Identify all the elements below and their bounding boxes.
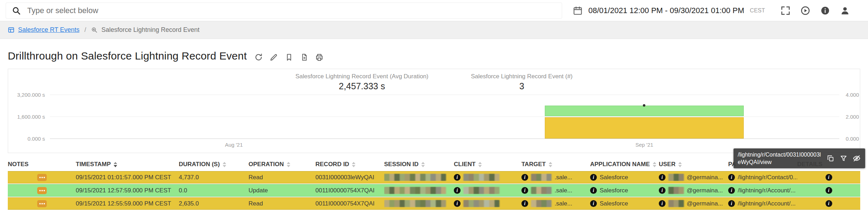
table-row[interactable]: 09/15/2021 01:01:57.000 PM CEST 4,737.0 …	[8, 171, 860, 184]
sort-icon	[287, 162, 290, 167]
info-icon[interactable]	[826, 200, 832, 207]
search-icon	[12, 6, 21, 15]
note-icon[interactable]	[37, 200, 47, 207]
sort-icon	[352, 162, 355, 167]
table-row[interactable]: 09/15/2021 12:55:59.000 PM CEST 2,635.0 …	[8, 197, 860, 210]
info-icon[interactable]	[826, 174, 832, 181]
chart-stats: Salesforce Lightning Record Event (Avg D…	[8, 69, 860, 91]
search-box[interactable]	[6, 2, 562, 19]
sort-icon	[114, 162, 117, 167]
table-row[interactable]: 09/15/2021 12:57:59.000 PM CEST 0.0 Upda…	[8, 184, 860, 197]
date-range-picker[interactable]: 08/01/2021 12:00 PM - 09/30/2021 01:00 P…	[573, 6, 765, 16]
timezone-label: CEST	[750, 7, 765, 14]
info-icon[interactable]	[590, 200, 597, 207]
column-header-target[interactable]: TARGET	[521, 161, 590, 168]
redacted-client	[463, 187, 499, 194]
bookmark-icon[interactable]	[284, 53, 293, 62]
info-icon[interactable]	[826, 187, 832, 194]
sort-icon	[678, 162, 682, 167]
info-icon[interactable]	[728, 187, 735, 194]
column-header-record-id[interactable]: RECORD ID	[315, 161, 384, 168]
sort-icon	[549, 162, 552, 167]
topbar: 08/01/2021 12:00 PM - 09/30/2021 01:00 P…	[0, 0, 868, 21]
cell-details	[797, 200, 860, 207]
cell-application: Salesforce	[590, 187, 659, 194]
bar-event-count[interactable]	[545, 106, 744, 116]
cell-duration: 0.0	[179, 187, 249, 194]
filter-icon[interactable]	[839, 154, 848, 163]
print-icon[interactable]	[315, 53, 324, 62]
export-icon[interactable]	[299, 53, 309, 62]
exclude-eye-slash-icon[interactable]	[852, 154, 861, 163]
column-header-user[interactable]: USER	[659, 161, 728, 168]
cell-details	[797, 187, 860, 194]
edit-icon[interactable]	[269, 53, 278, 62]
info-icon[interactable]	[728, 200, 735, 207]
y-axis-right-tick: 0.000	[846, 136, 868, 142]
cell-client	[454, 174, 521, 181]
column-header-session-id[interactable]: SESSION ID	[384, 161, 454, 168]
y-axis-left-tick: 3,200.000 s	[8, 92, 45, 98]
info-icon[interactable]	[454, 187, 461, 194]
breadcrumb-link-root[interactable]: Salesforce RT Events	[18, 26, 79, 34]
cell-page: /lightning/r/Account/...	[728, 200, 797, 207]
column-header-timestamp[interactable]: TIMESTAMP	[76, 161, 179, 168]
date-range-text: 08/01/2021 12:00 PM - 09/30/2021 01:00 P…	[588, 6, 744, 15]
note-icon[interactable]	[37, 174, 47, 181]
cell-details	[797, 174, 860, 181]
info-icon[interactable]	[659, 174, 666, 181]
cell-application: Salesforce	[590, 200, 659, 207]
info-icon[interactable]	[521, 174, 528, 181]
redacted-session-id	[384, 200, 446, 207]
copy-icon[interactable]	[826, 154, 835, 163]
info-icon[interactable]	[659, 200, 666, 207]
user-icon[interactable]	[839, 5, 851, 16]
info-icon[interactable]	[590, 174, 597, 181]
cell-application: Salesforce	[590, 174, 659, 181]
events-table: NOTES TIMESTAMP DURATION (S) OPERATION R…	[8, 158, 860, 210]
cell-record-id: 0011I00000754X7QAI	[315, 200, 384, 207]
title-actions	[254, 53, 324, 62]
cell-client	[454, 200, 521, 207]
cell-target: .sale...	[521, 200, 590, 207]
stat-avg-duration: Salesforce Lightning Record Event (Avg D…	[295, 73, 428, 91]
sort-icon	[223, 162, 226, 167]
note-icon[interactable]	[37, 187, 47, 194]
redacted-session-id	[384, 187, 446, 194]
info-icon[interactable]	[820, 5, 831, 16]
info-icon[interactable]	[659, 187, 666, 194]
info-icon[interactable]	[521, 200, 528, 207]
redacted-user	[668, 174, 684, 181]
column-header-application-name[interactable]: APPLICATION NAME	[590, 161, 659, 168]
bar-avg-duration[interactable]	[545, 117, 744, 139]
page-title: Drillthrough on Salesforce Lightning Rec…	[8, 50, 247, 62]
cell-target: .sale...	[521, 187, 590, 194]
info-icon[interactable]	[454, 174, 461, 181]
main-content: Drillthrough on Salesforce Lightning Rec…	[0, 48, 868, 210]
column-header-duration[interactable]: DURATION (S)	[179, 161, 249, 168]
stat-label: Salesforce Lightning Record Event (#)	[471, 73, 572, 80]
info-icon[interactable]	[728, 174, 735, 181]
breadcrumb-separator: /	[84, 26, 86, 34]
play-icon[interactable]	[800, 5, 811, 16]
info-icon[interactable]	[590, 187, 597, 194]
info-icon[interactable]	[454, 200, 461, 207]
info-icon[interactable]	[521, 187, 528, 194]
cell-client	[454, 187, 521, 194]
cell-duration: 2,635.0	[179, 200, 249, 207]
stat-event-count: Salesforce Lightning Record Event (#) 3	[471, 73, 572, 91]
plot-area: Aug '21 Sep '21	[50, 95, 839, 139]
breadcrumb: Salesforce RT Events / Salesforce Lightn…	[0, 21, 868, 39]
refresh-icon[interactable]	[254, 53, 263, 62]
column-header-notes[interactable]: NOTES	[8, 161, 76, 168]
calendar-icon	[573, 6, 583, 16]
redacted-user	[668, 200, 684, 207]
cell-session-id	[384, 187, 454, 194]
redacted-target	[531, 187, 552, 194]
fullscreen-icon[interactable]	[780, 5, 791, 16]
cell-session-id	[384, 200, 454, 207]
topbar-actions	[780, 5, 851, 16]
search-input[interactable]	[27, 6, 556, 16]
column-header-client[interactable]: CLIENT	[454, 161, 521, 168]
column-header-operation[interactable]: OPERATION	[249, 161, 315, 168]
